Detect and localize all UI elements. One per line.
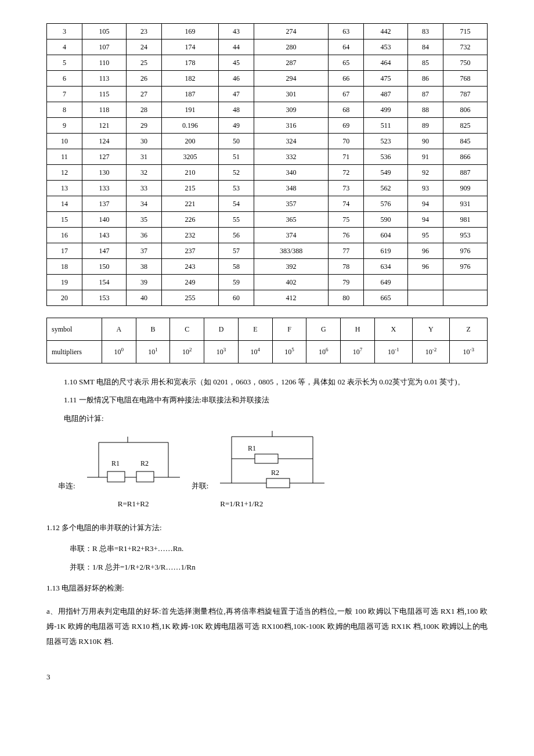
table-cell: 14 (47, 196, 82, 212)
table-cell: 32 (126, 165, 161, 181)
table-cell: 79 (329, 275, 364, 290)
sym-cell: F (272, 318, 306, 341)
table-cell: 732 (443, 39, 488, 55)
table-cell: 88 (408, 102, 443, 118)
table-cell: 402 (254, 275, 329, 290)
table-cell: 226 (162, 212, 219, 228)
table-cell: 89 (408, 118, 443, 134)
table-cell: 30 (126, 134, 161, 149)
table-cell: 174 (162, 39, 219, 55)
svg-rect-8 (136, 471, 154, 482)
table-cell: 137 (82, 196, 127, 212)
svg-text:R1: R1 (248, 444, 256, 452)
table-cell: 357 (254, 196, 329, 212)
sym-cell: D (204, 318, 239, 341)
calc-label: 电阻的计算: (64, 412, 488, 425)
parallel-formula: R=1/R1+1/R2 (220, 499, 324, 509)
multiplier-cell: 100 (102, 341, 136, 363)
table-cell: 91 (408, 149, 443, 165)
table-cell: 57 (218, 243, 254, 259)
table-cell: 92 (408, 165, 443, 181)
table-cell: 94 (408, 212, 443, 228)
table-cell: 9 (47, 118, 82, 134)
svg-text:R2: R2 (140, 459, 149, 467)
table-cell: 77 (329, 243, 364, 259)
table-cell: 66 (329, 71, 364, 87)
table-cell (408, 290, 443, 306)
table-cell: 365 (254, 212, 329, 228)
series-diagram: R1 R2 R=R1+R2 (87, 437, 180, 509)
table-cell: 5 (47, 55, 82, 71)
table-cell: 28 (126, 102, 161, 118)
table-cell: 931 (443, 196, 488, 212)
table-cell: 16 (47, 228, 82, 243)
table-cell: 96 (408, 259, 443, 275)
table-cell: 65 (329, 55, 364, 71)
multiplier-cell: 10-1 (374, 341, 412, 363)
paragraph-113a: a、用指针万用表判定电阻的好坏:首先选择测量档位,再将倍率档旋钮置于适当的档位,… (46, 604, 488, 649)
table-cell: 90 (408, 134, 443, 149)
table-cell: 110 (82, 55, 127, 71)
table-cell: 309 (254, 102, 329, 118)
table-cell: 210 (162, 165, 219, 181)
table-cell: 511 (364, 118, 408, 134)
table-cell: 191 (162, 102, 219, 118)
table-cell: 143 (82, 228, 127, 243)
table-cell: 39 (126, 275, 161, 290)
table-cell: 845 (443, 134, 488, 149)
table-cell: 37 (126, 243, 161, 259)
table-cell: 84 (408, 39, 443, 55)
table-cell: 10 (47, 134, 82, 149)
table-cell: 6 (47, 71, 82, 87)
table-cell: 115 (82, 87, 127, 102)
table-cell: 576 (364, 196, 408, 212)
table-cell (408, 275, 443, 290)
table-cell: 58 (218, 259, 254, 275)
table-cell: 67 (329, 87, 364, 102)
table-cell (443, 275, 488, 290)
table-cell: 590 (364, 212, 408, 228)
parallel-diagram: R1 R2 R=1/R1+1/R2 (220, 431, 324, 509)
table-cell: 118 (82, 102, 127, 118)
table-cell: 36 (126, 228, 161, 243)
sym-cell: A (102, 318, 136, 341)
table-cell: 953 (443, 228, 488, 243)
table-cell: 649 (364, 275, 408, 290)
table-cell: 4 (47, 39, 82, 55)
table-cell: 51 (218, 149, 254, 165)
table-cell: 374 (254, 228, 329, 243)
paragraph-111: 1.11 一般情况下电阻在电路中有两种接法:串联接法和并联接法 (64, 393, 488, 406)
table-cell: 26 (126, 71, 161, 87)
table-cell: 52 (218, 165, 254, 181)
table-cell: 94 (408, 196, 443, 212)
table-cell: 3205 (162, 149, 219, 165)
value-table: 3105231694327463442837154107241744428064… (46, 23, 488, 306)
table-cell: 340 (254, 165, 329, 181)
table-cell: 124 (82, 134, 127, 149)
table-cell: 87 (408, 87, 443, 102)
table-cell: 71 (329, 149, 364, 165)
table-cell: 665 (364, 290, 408, 306)
table-cell: 154 (82, 275, 127, 290)
table-cell: 86 (408, 71, 443, 87)
table-cell: 53 (218, 181, 254, 196)
table-cell: 33 (126, 181, 161, 196)
table-cell: 64 (329, 39, 364, 55)
table-cell: 768 (443, 71, 488, 87)
sym-cell: B (136, 318, 170, 341)
table-cell: 294 (254, 71, 329, 87)
table-cell: 35 (126, 212, 161, 228)
paragraph-112: 1.12 多个电阻的串并联的计算方法: (46, 520, 488, 535)
table-cell: 50 (218, 134, 254, 149)
table-cell: 78 (329, 259, 364, 275)
table-cell: 15 (47, 212, 82, 228)
table-cell: 11 (47, 149, 82, 165)
sym-cell: Y (412, 318, 450, 341)
multiplier-cell: 105 (272, 341, 306, 363)
table-cell: 634 (364, 259, 408, 275)
svg-rect-7 (107, 471, 125, 482)
svg-text:R2: R2 (271, 469, 279, 477)
table-cell: 237 (162, 243, 219, 259)
table-cell: 93 (408, 181, 443, 196)
table-cell: 187 (162, 87, 219, 102)
